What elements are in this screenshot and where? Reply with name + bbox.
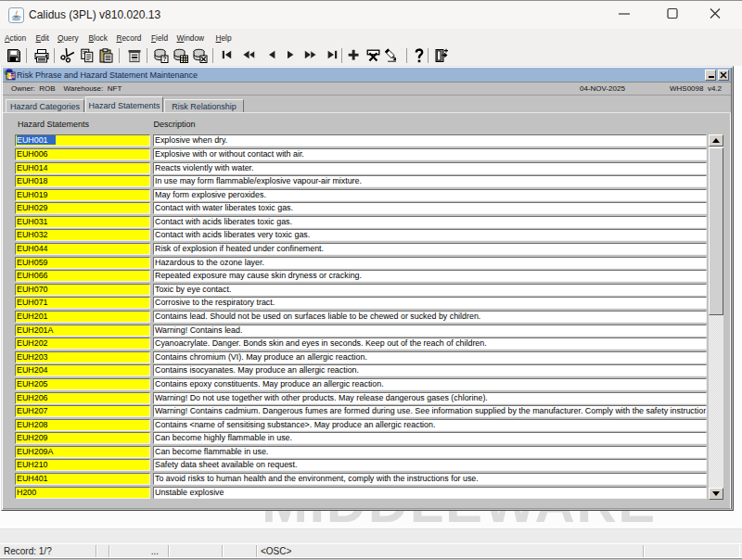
svg-text:?: ? [162, 56, 166, 62]
